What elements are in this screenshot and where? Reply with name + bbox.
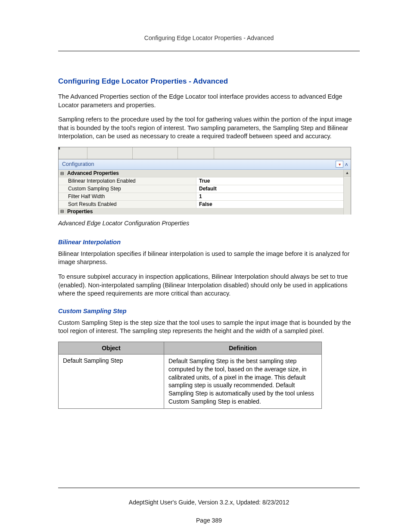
collapse-icon[interactable]: ⊟ — [59, 171, 65, 176]
prop-row-sort-results[interactable]: Sort Results Enabled False — [59, 201, 343, 208]
intro-paragraph-2: Sampling refers to the procedure used by… — [58, 115, 360, 141]
group-label: Properties — [65, 208, 93, 215]
prop-row-filter-half-width[interactable]: Filter Half Width 1 — [59, 193, 343, 201]
footer-page-number: Page 389 — [58, 517, 360, 524]
group-advanced-properties[interactable]: ⊟ Advanced Properties — [59, 170, 343, 177]
table-row: Default Sampling Step Default Sampling S… — [59, 354, 322, 408]
bilinear-paragraph-1: Bilinear Interpolation specifies if bili… — [58, 250, 360, 267]
scroll-up-icon[interactable]: ▲ — [344, 170, 351, 177]
prop-row-custom-sampling[interactable]: Custom Sampling Step Default — [59, 185, 343, 193]
custom-sampling-paragraph: Custom Sampling Step is the step size th… — [58, 319, 360, 336]
footer-line-1: AdeptSight User's Guide, Version 3.2.x, … — [58, 499, 360, 506]
footer-rule — [58, 488, 360, 488]
prop-key: Custom Sampling Step — [59, 185, 196, 193]
configuration-label: Configuration — [62, 161, 94, 167]
prop-key: Filter Half Width — [59, 193, 196, 200]
header-rule — [58, 51, 360, 51]
cell-definition: Default Sampling Step is the best sampli… — [164, 354, 322, 408]
col-header-object: Object — [59, 342, 164, 354]
prop-value[interactable]: 1 — [196, 193, 343, 200]
prop-key: Bilinear Interpolation Enabled — [59, 177, 196, 185]
col-header-definition: Definition — [164, 342, 322, 354]
heading-custom-sampling: Custom Sampling Step — [58, 308, 360, 314]
prop-value[interactable]: Default — [196, 185, 343, 193]
prop-value[interactable]: False — [196, 201, 343, 208]
configuration-bar[interactable]: Configuration ▾ ʌ — [59, 159, 351, 170]
prop-value[interactable]: True — [196, 177, 343, 185]
page-title: Configuring Edge Locator Properties - Ad… — [58, 77, 360, 86]
running-head: Configuring Edge Locator Properties - Ad… — [58, 34, 360, 51]
collapse-up-icon[interactable]: ʌ — [344, 162, 349, 167]
cell-object: Default Sampling Step — [59, 354, 164, 408]
figure-caption: Advanced Edge Locator Configuration Prop… — [58, 220, 360, 227]
vertical-scrollbar[interactable]: ▲ — [343, 170, 351, 215]
prop-row-bilinear[interactable]: Bilinear Interpolation Enabled True — [59, 177, 343, 185]
property-grid: Configuration ▾ ʌ ⊟ Advanced Properties … — [58, 147, 351, 215]
prop-key: Sort Results Enabled — [59, 201, 196, 208]
heading-bilinear: Bilinear Interpolation — [58, 239, 360, 246]
definition-table: Object Definition Default Sampling Step … — [58, 342, 322, 409]
group-properties-cut[interactable]: ⊟ Properties — [59, 208, 343, 215]
group-label: Advanced Properties — [65, 170, 119, 176]
intro-paragraph-1: The Advanced Properties section of the E… — [58, 93, 360, 109]
bilinear-paragraph-2: To ensure subpixel accuracy in inspectio… — [58, 273, 360, 298]
property-grid-tabs — [59, 147, 351, 159]
arrow-down-icon[interactable]: ▾ — [336, 161, 343, 168]
collapse-icon[interactable]: ⊟ — [59, 209, 65, 214]
